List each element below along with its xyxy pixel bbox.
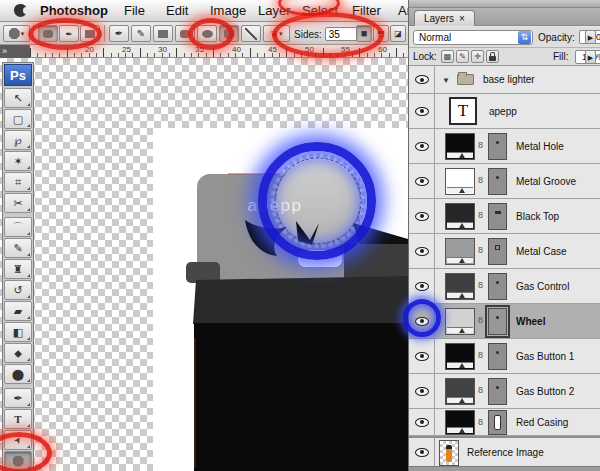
crop-tool[interactable]: ⌗ [4,172,32,192]
ellipse-tool-button[interactable] [197,25,217,42]
layer-thumbnail[interactable] [445,238,475,265]
eraser-tool[interactable]: ▰ [4,301,32,321]
rectangle-tool-button[interactable] [153,25,173,42]
dodge-tool[interactable]: ⬤ [4,364,32,384]
dodge-icon: ⬤ [12,368,24,381]
lock-position-button[interactable]: ✛ [471,50,484,63]
visibility-toggle[interactable] [409,199,435,233]
add-shape-area-button[interactable]: ◼ [356,25,372,42]
move-tool[interactable]: ↖ [4,88,32,108]
layer-thumbnail[interactable] [445,203,475,230]
layer-thumbnail[interactable] [445,308,475,335]
menu-image[interactable]: Image [210,3,246,18]
menu-file[interactable]: File [124,3,145,18]
layers-tab[interactable]: Layers × [414,10,475,26]
visibility-toggle[interactable] [409,339,435,373]
layer-thumbnail[interactable] [445,343,475,370]
layer-thumbnail[interactable] [445,133,475,160]
stepper-icon[interactable]: ⇅ [518,31,531,44]
rounded-rectangle-button[interactable] [175,25,195,42]
layer-row-metal-case[interactable]: 8 Metal Case [409,234,600,269]
text-layer-thumbnail[interactable]: T [449,97,477,125]
visibility-toggle[interactable] [409,438,435,466]
pen-tool-button[interactable]: ✒ [109,25,129,42]
layer-row-gas-button-1[interactable]: 8 Gas Button 1 [409,339,600,374]
vector-mask-thumbnail[interactable] [488,203,507,230]
blend-mode-select[interactable]: Normal ⇅ [413,30,533,45]
type-tool[interactable]: T [4,409,32,429]
slice-tool[interactable]: ✂ [4,193,32,213]
layer-row-reference-image[interactable]: Reference Image [409,436,600,466]
visibility-toggle[interactable] [409,234,435,268]
line-tool-button[interactable] [241,25,261,42]
document-canvas[interactable]: apepp [153,128,408,471]
layer-thumbnail[interactable] [445,378,475,405]
visibility-toggle[interactable] [409,66,435,93]
layer-row-gas-button-2[interactable]: 8 Gas Button 2 [409,374,600,409]
vector-mask-thumbnail[interactable] [488,343,507,370]
blur-tool[interactable]: ⬥ [4,343,32,363]
menu-edit[interactable]: Edit [166,3,188,18]
visibility-toggle[interactable] [409,304,435,338]
menu-select[interactable]: Select [302,3,338,18]
menu-photoshop[interactable]: Photoshop [40,3,108,18]
layer-thumbnail[interactable] [445,168,475,195]
marquee-tool[interactable]: ▢ [4,109,32,129]
lasso-tool[interactable]: ℘ [4,130,32,150]
lock-all-button[interactable] [486,50,499,63]
shape-tool-selected[interactable] [4,451,32,471]
healing-brush-tool[interactable]: ⌒ [4,217,32,237]
layer-thumbnail[interactable] [445,273,475,300]
visibility-toggle[interactable] [409,129,435,163]
close-icon[interactable]: × [459,13,465,24]
fill-arrow-icon[interactable]: ▶ [585,50,596,64]
layer-row-metal-groove[interactable]: 8 Metal Groove [409,164,600,199]
layer-row-black-top[interactable]: 8 Black Top [409,199,600,234]
menu-layer[interactable]: Layer [258,3,291,18]
lock-transparency-button[interactable]: ▦ [441,50,454,63]
workspace-canvas-area[interactable]: Ps ↖ ▢ ℘ ✶ ⌗ ✂ ⌒ ✎ ♜ ↺ ▰ ◧ ⬥ ⬤ ✒ T ➤ [0,58,415,471]
visibility-toggle[interactable] [409,269,435,303]
link-icon: 8 [478,315,483,325]
layer-row-apepp[interactable]: T apepp [409,94,600,129]
layer-group-row[interactable]: ▼ base lighter [409,66,600,94]
vector-mask-thumbnail[interactable] [488,273,507,300]
visibility-toggle[interactable] [409,94,435,128]
vector-mask-thumbnail[interactable] [488,168,507,195]
history-brush-tool[interactable]: ↺ [4,280,32,300]
layer-row-wheel[interactable]: 8 Wheel [409,304,600,339]
pen-tool[interactable]: ✒ [4,388,32,408]
visibility-toggle[interactable] [409,374,435,408]
lock-image-button[interactable]: ✎ [456,50,469,63]
reference-image-thumbnail[interactable] [439,440,459,466]
shape-layers-mode-button[interactable] [38,25,58,42]
fill-pixels-mode-button[interactable] [80,25,100,42]
freeform-pen-button[interactable]: ✎ [131,25,151,42]
vector-mask-thumbnail[interactable] [488,378,507,405]
clone-stamp-tool[interactable]: ♜ [4,259,32,279]
vector-mask-thumbnail[interactable] [488,410,507,435]
layer-thumbnail[interactable] [445,410,475,435]
gradient-tool[interactable]: ◧ [4,322,32,342]
visibility-toggle[interactable] [409,164,435,198]
intersect-shape-area-button[interactable]: ◪ [390,25,406,42]
expand-triangle-icon[interactable]: ▼ [442,76,450,85]
menu-filter[interactable]: Filter [352,3,381,18]
magic-wand-tool[interactable]: ✶ [4,151,32,171]
apple-icon[interactable] [14,4,27,17]
tool-preset-button[interactable]: ▾ [3,25,30,42]
brush-tool[interactable]: ✎ [4,238,32,258]
subtract-shape-area-button[interactable]: ⬒ [373,25,389,42]
path-selection-tool[interactable]: ➤ [4,430,32,450]
visibility-toggle[interactable] [409,409,435,435]
layer-row-metal-hole[interactable]: 8 Metal Hole [409,129,600,164]
polygon-tool-button[interactable] [219,25,239,42]
opacity-arrow-icon[interactable]: ▶ [585,30,596,44]
layer-row-gas-control[interactable]: 8 Gas Control [409,269,600,304]
layer-row-red-casing[interactable]: 8 Red Casing [409,409,600,436]
custom-shape-button[interactable]: ❦ ▾ [263,25,290,42]
paths-mode-button[interactable]: ✒ [59,25,79,42]
vector-mask-thumbnail[interactable] [488,133,507,160]
vector-mask-thumbnail[interactable] [488,238,507,265]
vector-mask-thumbnail-selected[interactable] [488,308,507,335]
